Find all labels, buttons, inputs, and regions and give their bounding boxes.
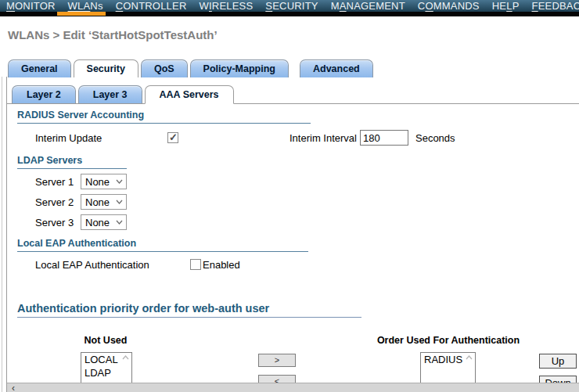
server2-label: Server 2 — [35, 196, 81, 208]
section-divider — [17, 251, 308, 252]
menu-item-wireless[interactable]: WIRELESS — [193, 0, 260, 12]
aaa-servers-panel: RADIUS Server Accounting Interim Update … — [0, 110, 579, 392]
move-right-button[interactable]: > — [258, 354, 296, 367]
wlan-edit-tabs: General Security QoS Policy-Mapping Adva… — [8, 59, 579, 77]
tab-general[interactable]: General — [8, 59, 71, 77]
local-eap-checkbox[interactable] — [190, 259, 201, 270]
menu-item-commands[interactable]: COMMANDS — [412, 0, 486, 12]
menu-item-feedback[interactable]: FEEDBACK — [526, 0, 579, 12]
server1-select[interactable]: None — [81, 174, 127, 189]
ldap-servers-heading: LDAP Servers — [17, 155, 579, 166]
server1-label: Server 1 — [35, 176, 81, 188]
server3-select[interactable]: None — [81, 214, 127, 230]
interim-update-label: Interim Update — [35, 132, 167, 144]
menu-item-controller[interactable]: CONTROLLER — [110, 0, 193, 12]
security-subtabs: Layer 2 Layer 3 AAA Servers — [7, 85, 579, 104]
auth-priority-heading: Authentication priority order for web-au… — [17, 302, 579, 315]
ldap-server3-row: Server 3 None — [17, 214, 579, 230]
scroll-up-icon[interactable] — [466, 355, 473, 360]
menu-item-wlans[interactable]: WLANs — [62, 0, 110, 12]
server3-label: Server 3 — [35, 217, 81, 228]
interim-update-checkbox[interactable] — [167, 132, 178, 143]
top-menubar: MONITOR WLANs CONTROLLER WIRELESS SECURI… — [0, 0, 579, 12]
section-divider — [17, 317, 361, 318]
interim-interval-unit: Seconds — [415, 132, 455, 144]
interim-interval-label: Interim Interval — [290, 132, 357, 144]
menu-item-monitor[interactable]: MONITOR — [0, 0, 62, 12]
subtab-layer3[interactable]: Layer 3 — [78, 85, 142, 103]
horizontal-scrollbar[interactable]: ‹ — [7, 383, 579, 392]
tab-policy-mapping[interactable]: Policy-Mapping — [190, 59, 289, 77]
order-used-label: Order Used For Authentication — [370, 335, 527, 346]
section-divider — [17, 168, 127, 169]
local-eap-enabled-label: Enabled — [203, 259, 240, 271]
chevron-down-icon — [116, 200, 123, 204]
local-eap-heading: Local EAP Authentication — [17, 238, 579, 249]
chevron-down-icon — [116, 179, 123, 184]
menubar-bottom-strip — [0, 12, 579, 16]
subtab-layer2[interactable]: Layer 2 — [12, 85, 76, 103]
local-eap-label: Local EAP Authentication — [35, 259, 190, 271]
tab-advanced[interactable]: Advanced — [300, 59, 373, 77]
menu-item-help[interactable]: HELP — [486, 0, 526, 12]
interim-interval-input[interactable] — [360, 130, 408, 146]
scroll-up-icon[interactable] — [122, 355, 129, 360]
server2-select[interactable]: None — [81, 194, 127, 210]
active-menu-indicator — [57, 12, 106, 16]
ldap-server1-row: Server 1 None — [17, 174, 579, 189]
chevron-down-icon — [116, 220, 123, 225]
scroll-left-icon[interactable]: ‹ — [7, 384, 20, 392]
menu-item-management[interactable]: MANAGEMENT — [325, 0, 412, 12]
tab-security[interactable]: Security — [74, 59, 138, 77]
section-divider — [17, 123, 311, 124]
not-used-label: Not Used — [67, 335, 145, 346]
subtab-aaa-servers[interactable]: AAA Servers — [145, 85, 234, 104]
radius-accounting-heading: RADIUS Server Accounting — [17, 110, 579, 120]
tab-qos[interactable]: QoS — [141, 59, 188, 77]
interim-update-row: Interim Update Interim Interval Seconds — [17, 130, 579, 146]
breadcrumb: WLANs > Edit ‘StartHotSpotTestAuth’ — [8, 28, 579, 41]
menu-item-security[interactable]: SECURITY — [259, 0, 324, 12]
local-eap-row: Local EAP Authentication Enabled — [17, 257, 579, 272]
up-button[interactable]: Up — [539, 354, 577, 369]
ldap-server2-row: Server 2 None — [17, 194, 579, 210]
